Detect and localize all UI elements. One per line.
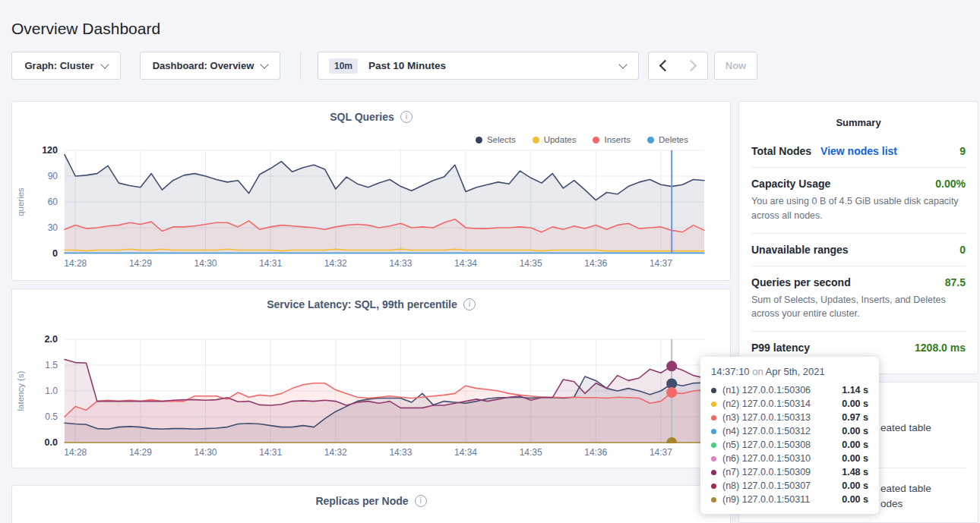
sql-queries-chart[interactable]: 14:2814:2914:3014:3114:3214:3314:3414:35… — [13, 143, 731, 272]
event-item[interactable]: eated table — [880, 422, 931, 433]
svg-text:14:36: 14:36 — [584, 447, 607, 458]
time-range-label: Past 10 Minutes — [368, 60, 446, 71]
svg-text:14:31: 14:31 — [259, 447, 282, 458]
svg-text:14:28: 14:28 — [64, 447, 87, 458]
tooltip-row: (n7) 127.0.0.1:50309 1.48 s — [711, 465, 868, 479]
chart-hover-tooltip: 14:37:10 on Apr 5th, 2021 (n1) 127.0.0.1… — [700, 357, 879, 514]
tooltip-row: (n9) 127.0.0.1:50311 0.00 s — [711, 493, 868, 506]
graph-dropdown-label: Graph: Cluster — [24, 60, 93, 71]
graph-dropdown[interactable]: Graph: Cluster — [11, 52, 121, 80]
svg-text:14:34: 14:34 — [454, 447, 477, 458]
now-button[interactable]: Now — [714, 52, 757, 80]
dashboard-dropdown-label: Dashboard: Overview — [153, 60, 254, 71]
qps-description: Sum of Selects, Updates, Inserts, and De… — [751, 293, 966, 322]
svg-text:14:37: 14:37 — [650, 447, 672, 458]
info-icon[interactable]: i — [463, 298, 476, 310]
svg-text:0: 0 — [52, 248, 58, 259]
node-value: 1.14 s — [842, 385, 868, 395]
svg-text:14:29: 14:29 — [129, 258, 152, 269]
chevron-down-icon — [261, 60, 269, 68]
charts-column: SQL Queries i Selects Updates Inserts — [11, 101, 731, 523]
node-color-dot — [711, 429, 716, 434]
controls-divider — [300, 52, 301, 80]
dashboard-controls: Graph: Cluster Dashboard: Overview 10m P… — [0, 52, 980, 80]
summary-row-unavailable-ranges: Unavailable ranges 0 — [751, 234, 966, 266]
tooltip-row: (n3) 127.0.0.1:50313 0.97 s — [711, 411, 868, 424]
time-prev-button[interactable] — [648, 52, 678, 80]
svg-text:30: 30 — [48, 222, 58, 233]
dashboard-dropdown[interactable]: Dashboard: Overview — [140, 52, 280, 80]
tooltip-row: (n2) 127.0.0.1:50314 0.00 s — [711, 397, 868, 411]
node-label: (n1) 127.0.0.1:50306 — [722, 385, 811, 395]
svg-text:120: 120 — [42, 145, 58, 156]
node-value: 0.00 s — [842, 440, 868, 450]
node-label: (n5) 127.0.0.1:50308 — [722, 440, 811, 450]
node-color-dot — [711, 456, 716, 462]
time-range-dropdown[interactable]: 10m Past 10 Minutes — [318, 52, 639, 80]
node-color-dot — [711, 388, 716, 393]
unavailable-ranges-value: 0 — [959, 244, 966, 256]
tooltip-row: (n1) 127.0.0.1:50306 1.14 s — [711, 383, 868, 397]
node-value: 0.00 s — [842, 399, 868, 409]
node-value: 0.00 s — [842, 480, 868, 491]
total-nodes-label: Total Nodes — [751, 145, 811, 157]
p99-label: P99 latency — [751, 342, 810, 354]
node-label: (n6) 127.0.0.1:50310 — [722, 453, 811, 464]
hover-marker — [666, 437, 677, 448]
capacity-value: 0.00% — [935, 178, 966, 190]
svg-text:0.5: 0.5 — [45, 411, 58, 422]
chevron-down-icon — [618, 60, 627, 68]
svg-text:2.0: 2.0 — [45, 334, 58, 345]
svg-text:14:34: 14:34 — [454, 258, 477, 269]
svg-text:14:37: 14:37 — [650, 258, 672, 269]
node-label: (n9) 127.0.0.1:50311 — [722, 494, 810, 505]
svg-text:14:35: 14:35 — [520, 447, 542, 458]
svg-text:14:32: 14:32 — [324, 447, 347, 458]
svg-text:queries: queries — [16, 187, 25, 216]
total-nodes-value: 9 — [959, 145, 966, 157]
svg-text:1.0: 1.0 — [45, 386, 58, 396]
summary-row-qps: Queries per second 87.5 Sum of Selects, … — [751, 266, 966, 332]
time-range-badge: 10m — [329, 58, 358, 74]
tooltip-row: (n4) 127.0.0.1:50312 0.00 s — [711, 424, 868, 438]
summary-row-capacity: Capacity Usage 0.00% You are using 0 B o… — [751, 168, 966, 234]
svg-text:14:33: 14:33 — [389, 447, 412, 458]
svg-text:0.0: 0.0 — [45, 437, 58, 448]
chart-title-row: Service Latency: SQL, 99th percentile i — [12, 289, 730, 310]
event-item[interactable]: eated table odes — [880, 481, 931, 512]
replicas-per-node-card: Replicas per Node i — [11, 485, 731, 523]
svg-text:14:36: 14:36 — [584, 258, 607, 269]
node-value: 0.00 s — [842, 453, 868, 464]
chevron-down-icon — [100, 60, 109, 68]
chart-title-row: SQL Queries i — [12, 102, 730, 123]
svg-text:14:35: 14:35 — [520, 258, 542, 269]
chevron-left-icon — [659, 60, 671, 72]
summary-panel: Summary Total Nodes View nodes list 9 Ca… — [738, 101, 978, 374]
event-text-line: odes — [880, 496, 931, 512]
chart-title-row: Replicas per Node i — [12, 486, 730, 507]
now-button-label: Now — [726, 60, 746, 71]
svg-text:14:30: 14:30 — [194, 258, 217, 269]
node-color-dot — [711, 497, 716, 503]
chart-title: SQL Queries — [330, 111, 394, 123]
tooltip-time: 14:37:10 — [711, 366, 750, 377]
node-value: 0.00 s — [842, 494, 868, 505]
node-color-dot — [711, 443, 716, 448]
svg-text:14:28: 14:28 — [64, 258, 87, 269]
info-icon[interactable]: i — [400, 111, 413, 123]
svg-text:latency (s): latency (s) — [16, 370, 25, 411]
node-label: (n2) 127.0.0.1:50314 — [722, 399, 811, 409]
node-value: 0.97 s — [842, 412, 868, 423]
svg-text:14:32: 14:32 — [324, 258, 347, 269]
node-color-dot — [711, 415, 716, 421]
view-nodes-list-link[interactable]: View nodes list — [820, 145, 897, 157]
svg-text:90: 90 — [48, 171, 58, 181]
info-icon[interactable]: i — [415, 495, 427, 507]
time-next-button[interactable] — [678, 52, 708, 80]
node-color-dot — [711, 470, 716, 475]
hover-marker — [666, 361, 677, 371]
service-latency-chart[interactable]: 14:2814:2914:3014:3114:3214:3314:3414:35… — [13, 332, 731, 461]
p99-value: 1208.0 ms — [915, 342, 966, 354]
page-title: Overview Dashboard — [11, 20, 160, 38]
svg-text:1.5: 1.5 — [45, 360, 58, 370]
